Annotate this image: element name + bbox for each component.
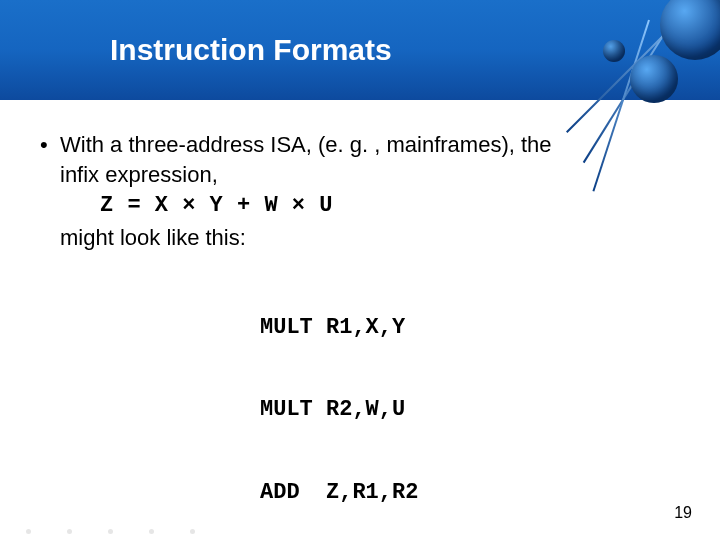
code-line-1: MULT R1,X,Y (260, 314, 680, 342)
dot-icon (190, 529, 195, 534)
infix-expression: Z = X × Y + W × U (100, 191, 680, 221)
bullet-item: • With a three-address ISA, (e. g. , mai… (40, 130, 680, 540)
dot-icon (67, 529, 72, 534)
dot-icon (108, 529, 113, 534)
bullet-line-3: might look like this: (60, 223, 680, 253)
slide-header: Instruction Formats (0, 0, 720, 100)
assembly-code: MULT R1,X,Y MULT R2,W,U ADD Z,R1,R2 (260, 259, 680, 540)
page-number: 19 (674, 504, 692, 522)
bullet-line-1: With a three-address ISA, (e. g. , mainf… (60, 130, 680, 160)
dot-icon (26, 529, 31, 534)
bullet-text: With a three-address ISA, (e. g. , mainf… (60, 130, 680, 540)
code-line-3: ADD Z,R1,R2 (260, 479, 680, 507)
dot-icon (149, 529, 154, 534)
slide-body: • With a three-address ISA, (e. g. , mai… (0, 100, 720, 540)
bullet-line-2: infix expression, (60, 160, 680, 190)
slide-title: Instruction Formats (110, 33, 392, 67)
code-line-2: MULT R2,W,U (260, 396, 680, 424)
bullet-marker: • (40, 130, 60, 540)
footer-dots (0, 529, 195, 534)
